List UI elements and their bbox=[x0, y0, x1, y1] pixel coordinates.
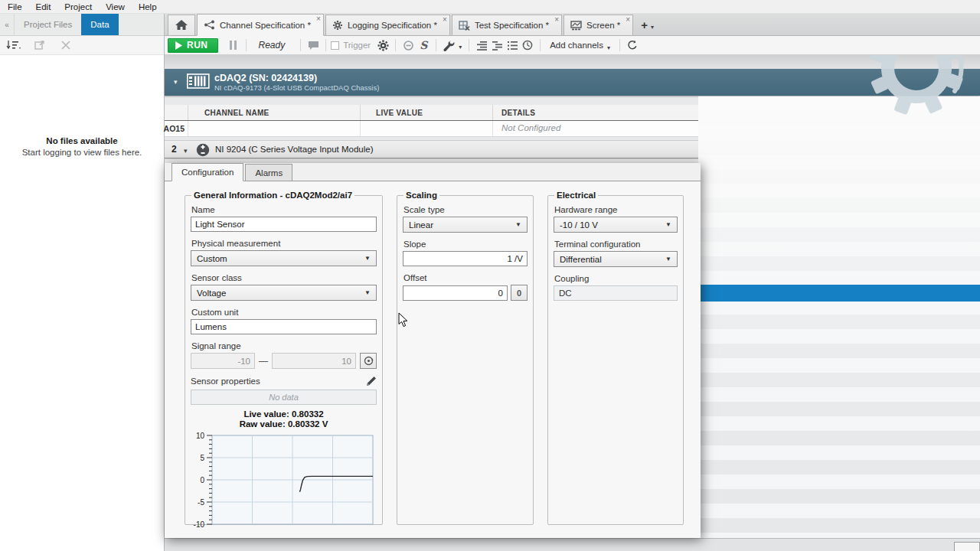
menu-help[interactable]: Help bbox=[139, 2, 157, 11]
tab-label: Logging Specification * bbox=[348, 21, 437, 30]
pause-icon bbox=[230, 41, 237, 50]
group-by-module-button[interactable] bbox=[489, 37, 505, 53]
open-external-icon bbox=[34, 40, 45, 51]
trigger-checkbox[interactable] bbox=[331, 41, 339, 50]
document-tab-bar: Channel Specification * × Logging Specif… bbox=[165, 14, 980, 36]
selected-value: Linear bbox=[409, 220, 433, 230]
column-separator bbox=[188, 121, 188, 136]
menu-project[interactable]: Project bbox=[64, 2, 92, 11]
sensor-properties-header: Sensor properties bbox=[191, 376, 377, 386]
pencil-edit-icon[interactable] bbox=[366, 376, 377, 386]
tools-button[interactable] bbox=[441, 37, 456, 53]
pause-button[interactable] bbox=[226, 37, 241, 53]
terminal-configuration-select[interactable]: Differential ▼ bbox=[554, 251, 678, 267]
hardware-range-label: Hardware range bbox=[554, 205, 678, 214]
signal-range-label: Signal range bbox=[191, 341, 377, 350]
column-separator bbox=[492, 105, 493, 120]
signal-range-row: -10 — 10 bbox=[191, 353, 377, 369]
device-subtitle: NI cDAQ-9173 (4-Slot USB CompactDAQ Chas… bbox=[214, 83, 379, 92]
screen-chart-icon bbox=[570, 21, 582, 31]
dialog-tabstrip: Configuration Alarms bbox=[165, 163, 701, 181]
name-input[interactable]: Light Sensor bbox=[191, 217, 377, 232]
module-label: NI 9204 (C Series Voltage Input Module) bbox=[215, 145, 373, 154]
trigger-toggle[interactable]: Trigger bbox=[331, 41, 371, 50]
refresh-icon bbox=[627, 40, 638, 51]
range-dash: — bbox=[259, 356, 268, 367]
slope-label: Slope bbox=[403, 240, 528, 249]
column-separator bbox=[360, 105, 361, 120]
slope-input[interactable]: 1 /V bbox=[403, 251, 528, 266]
refresh-button[interactable] bbox=[625, 37, 640, 53]
tab-close-icon[interactable]: × bbox=[316, 15, 321, 23]
flat-list-button[interactable] bbox=[505, 37, 520, 53]
bottom-scroll-button[interactable] bbox=[954, 542, 980, 551]
coupling-value: DC bbox=[554, 285, 678, 301]
selected-row-highlight[interactable] bbox=[698, 285, 980, 302]
toolbar-separator bbox=[325, 39, 326, 51]
raw-value-text: Raw value: 0.80332 V bbox=[191, 419, 377, 429]
custom-unit-input[interactable]: Lumens bbox=[191, 319, 377, 334]
caret-down-icon: ▼ bbox=[364, 289, 371, 296]
menu-edit[interactable]: Edit bbox=[36, 2, 51, 11]
tab-project-files[interactable]: Project Files bbox=[15, 14, 81, 35]
signal-range-auto-button[interactable] bbox=[360, 353, 377, 369]
scale-type-select[interactable]: Linear ▼ bbox=[403, 217, 528, 233]
toolbar-separator bbox=[540, 39, 541, 51]
selected-value: Custom bbox=[197, 254, 227, 263]
add-tab-button[interactable]: + ▾ bbox=[635, 15, 660, 35]
plus-icon: + bbox=[641, 18, 648, 31]
wrench-icon bbox=[443, 40, 455, 51]
sort-icon bbox=[6, 40, 21, 51]
coupling-label: Coupling bbox=[554, 274, 678, 283]
offset-input[interactable]: 0 bbox=[403, 285, 508, 301]
selected-value: Voltage bbox=[197, 289, 226, 298]
stop-condition-button[interactable] bbox=[400, 37, 416, 53]
tab-alarms[interactable]: Alarms bbox=[245, 164, 292, 181]
list-indent-icon bbox=[492, 41, 503, 51]
hardware-range-select[interactable]: -10 / 10 V ▼ bbox=[554, 217, 678, 233]
gear-icon bbox=[377, 40, 389, 51]
trigger-settings-button[interactable] bbox=[375, 37, 390, 53]
tools-caret-button[interactable]: ▾ bbox=[456, 37, 464, 53]
group-by-channel-button[interactable] bbox=[474, 37, 489, 53]
signal-range-min-input[interactable]: -10 bbox=[191, 353, 255, 369]
add-channels-button[interactable]: Add channels ▾ bbox=[545, 39, 615, 51]
signal-range-max-input[interactable]: 10 bbox=[272, 353, 356, 369]
content-background bbox=[165, 55, 980, 69]
general-information-group: General Information - cDAQ2Mod2/ai7 Name… bbox=[185, 191, 383, 525]
tab-close-icon[interactable]: × bbox=[443, 16, 447, 24]
offset-zero-button[interactable]: 0 bbox=[511, 285, 528, 301]
physical-measurement-select[interactable]: Custom ▼ bbox=[191, 250, 377, 266]
collapse-device-icon[interactable]: ▾ bbox=[174, 78, 178, 86]
device-header[interactable]: ▾ cDAQ2 (SN: 02424139) NI cDAQ-9173 (4-S… bbox=[165, 69, 980, 96]
step-signal-button[interactable]: S bbox=[416, 37, 431, 53]
menu-view[interactable]: View bbox=[106, 2, 125, 11]
comment-button[interactable] bbox=[305, 37, 321, 53]
tab-channel-specification[interactable]: Channel Specification * × bbox=[197, 14, 324, 36]
tab-configuration[interactable]: Configuration bbox=[172, 163, 243, 181]
custom-unit-label: Custom unit bbox=[191, 308, 377, 317]
collapse-panel-button[interactable]: « bbox=[0, 14, 15, 35]
tab-home[interactable] bbox=[168, 15, 195, 35]
selected-value: Differential bbox=[560, 255, 602, 264]
tab-data[interactable]: Data bbox=[81, 14, 118, 35]
sensor-class-select[interactable]: Voltage ▼ bbox=[191, 285, 377, 301]
delete-file-button[interactable] bbox=[58, 37, 74, 53]
history-button[interactable] bbox=[520, 37, 535, 53]
tab-close-icon[interactable]: × bbox=[626, 16, 630, 24]
tab-screen[interactable]: Screen * × bbox=[564, 15, 633, 35]
device-title: cDAQ2 (SN: 02424139) bbox=[214, 73, 317, 83]
tab-close-icon[interactable]: × bbox=[554, 16, 559, 24]
menu-file[interactable]: File bbox=[8, 2, 22, 11]
dialog-body: General Information - cDAQ2Mod2/ai7 Name… bbox=[165, 181, 701, 538]
collapse-module-icon[interactable]: ▾ bbox=[184, 147, 188, 155]
open-file-button[interactable] bbox=[32, 37, 47, 53]
test-grid-icon bbox=[459, 21, 470, 31]
sort-files-button[interactable] bbox=[6, 37, 21, 53]
svg-text:-5: -5 bbox=[198, 498, 204, 507]
s-curve-icon: S bbox=[420, 39, 427, 51]
run-button[interactable]: RUN bbox=[168, 38, 218, 53]
channel-icon bbox=[204, 20, 215, 30]
tab-test-specification[interactable]: Test Specification * × bbox=[452, 15, 562, 35]
tab-logging-specification[interactable]: Logging Specification * × bbox=[325, 15, 450, 35]
